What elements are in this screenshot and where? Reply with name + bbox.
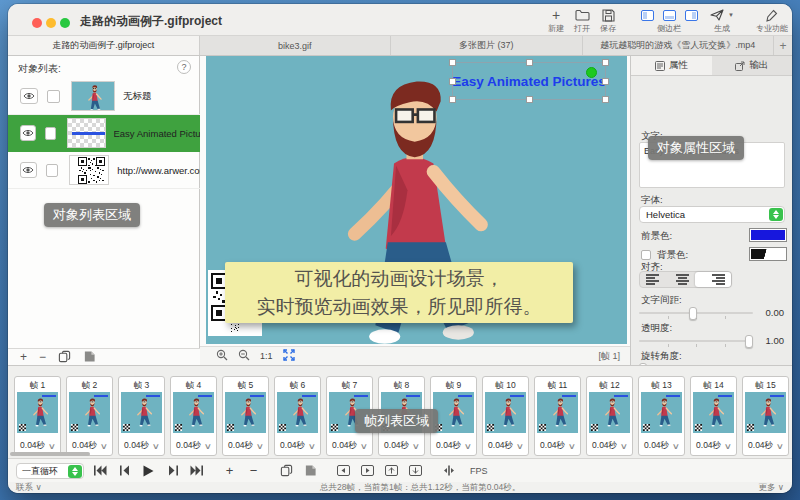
- object-checkbox[interactable]: [45, 127, 56, 140]
- move-frame-right-button[interactable]: [408, 463, 423, 478]
- minimize-button[interactable]: [46, 18, 56, 28]
- background-color-well[interactable]: [749, 247, 787, 261]
- generate-button[interactable]: ▼ 生成: [700, 8, 744, 34]
- resize-handle[interactable]: [602, 96, 609, 103]
- tab-properties[interactable]: 属性: [631, 56, 712, 75]
- align-left-icon[interactable]: [640, 272, 670, 287]
- left-sidebar-icon[interactable]: [641, 10, 654, 21]
- resize-handle[interactable]: [449, 59, 456, 66]
- object-checkbox[interactable]: [47, 90, 60, 103]
- frame-card[interactable]: 帧 1 0.04秒∨: [14, 376, 61, 456]
- fit-to-window-icon[interactable]: [283, 349, 295, 363]
- step-back-button[interactable]: [117, 463, 132, 478]
- frame-card[interactable]: 帧 6 0.04秒∨: [274, 376, 321, 456]
- frame-duration-dropdown[interactable]: 0.04秒∨: [587, 440, 632, 452]
- resize-handle[interactable]: [602, 59, 609, 66]
- paste-object-button[interactable]: [83, 350, 96, 365]
- bottom-panel-icon[interactable]: [663, 10, 676, 21]
- frame-duration-dropdown[interactable]: 0.04秒∨: [379, 440, 424, 452]
- frame-duration-dropdown[interactable]: 0.04秒∨: [743, 440, 788, 452]
- sidebar-toggle-group[interactable]: 侧边栏: [638, 8, 700, 34]
- frame-duration-dropdown[interactable]: 0.04秒∨: [483, 440, 528, 452]
- object-checkbox[interactable]: [46, 164, 58, 177]
- pro-features-button[interactable]: 专业功能: [750, 8, 792, 34]
- horizontal-scrollbar[interactable]: [10, 452, 90, 456]
- slider-thumb[interactable]: [689, 307, 697, 320]
- object-row-qr[interactable]: http://www.arwer.com: [8, 152, 200, 189]
- frame-duration-dropdown[interactable]: 0.04秒∨: [171, 440, 216, 452]
- add-tab-button[interactable]: +: [774, 36, 792, 55]
- right-sidebar-icon[interactable]: [685, 10, 698, 21]
- frame-card[interactable]: 帧 12 0.04秒∨: [586, 376, 633, 456]
- frame-card[interactable]: 帧 15 0.04秒∨: [742, 376, 789, 456]
- add-object-button[interactable]: +: [20, 352, 27, 362]
- text-object-selection[interactable]: Easy Animated Pictures: [452, 62, 606, 100]
- frame-duration-dropdown[interactable]: 0.04秒∨: [15, 440, 60, 452]
- frame-duration-dropdown[interactable]: 0.04秒∨: [431, 440, 476, 452]
- insert-frame-left-button[interactable]: [336, 463, 351, 478]
- frame-duration-dropdown[interactable]: 0.04秒∨: [275, 440, 320, 452]
- stepper-icon[interactable]: [769, 208, 783, 221]
- stepper-icon[interactable]: [68, 465, 82, 478]
- align-center-icon[interactable]: [670, 272, 694, 287]
- frame-duration-dropdown[interactable]: 0.04秒∨: [327, 440, 372, 452]
- background-color-checkbox[interactable]: [641, 250, 651, 260]
- close-button[interactable]: [32, 18, 42, 28]
- zoom-actual-button[interactable]: 1:1: [260, 351, 273, 361]
- remove-object-button[interactable]: −: [39, 352, 46, 362]
- visibility-toggle[interactable]: [20, 88, 38, 104]
- paste-frame-button[interactable]: [303, 463, 318, 478]
- move-frame-left-button[interactable]: [384, 463, 399, 478]
- frame-card[interactable]: 帧 4 0.04秒∨: [170, 376, 217, 456]
- frame-duration-dropdown[interactable]: 0.04秒∨: [67, 440, 112, 452]
- remove-frame-button[interactable]: −: [246, 463, 261, 478]
- frame-card[interactable]: 帧 3 0.04秒∨: [118, 376, 165, 456]
- dropdown-arrow-icon[interactable]: ▼: [728, 12, 734, 18]
- frame-duration-dropdown[interactable]: 0.04秒∨: [535, 440, 580, 452]
- visibility-toggle[interactable]: [20, 125, 36, 141]
- resize-handle[interactable]: [602, 78, 609, 85]
- contact-dropdown[interactable]: 联系 ∨: [16, 482, 42, 493]
- object-row-text[interactable]: Easy Animated Pictures: [8, 115, 200, 152]
- foreground-color-well[interactable]: [749, 228, 787, 242]
- frame-duration-dropdown[interactable]: 0.04秒∨: [639, 440, 684, 452]
- insert-frame-right-button[interactable]: [360, 463, 375, 478]
- zoom-in-icon[interactable]: [216, 349, 228, 363]
- frame-card[interactable]: 帧 11 0.04秒∨: [534, 376, 581, 456]
- tab-output[interactable]: 输出: [712, 56, 793, 75]
- slider-thumb[interactable]: [745, 335, 753, 348]
- resize-handle[interactable]: [449, 96, 456, 103]
- skip-to-start-button[interactable]: [93, 463, 108, 478]
- zoom-out-icon[interactable]: [238, 349, 250, 363]
- save-button[interactable]: 保存: [586, 8, 630, 34]
- align-right-icon[interactable]: [695, 272, 731, 287]
- zoom-button[interactable]: [60, 18, 70, 28]
- frame-duration-dropdown[interactable]: 0.04秒∨: [691, 440, 736, 452]
- resize-handle[interactable]: [526, 59, 533, 66]
- play-button[interactable]: [141, 463, 156, 478]
- step-forward-button[interactable]: [165, 463, 180, 478]
- resize-handle[interactable]: [449, 78, 456, 85]
- canvas-text-object[interactable]: Easy Animated Pictures: [453, 63, 605, 99]
- opacity-slider[interactable]: [639, 335, 753, 347]
- loop-mode-select[interactable]: 一直循环: [16, 463, 84, 479]
- frame-card[interactable]: 帧 14 0.04秒∨: [690, 376, 737, 456]
- document-tab[interactable]: 走路的动画例子.gifproject: [8, 36, 200, 55]
- add-frame-button[interactable]: +: [222, 463, 237, 478]
- frame-duration-dropdown[interactable]: 0.04秒∨: [119, 440, 164, 452]
- resize-handle[interactable]: [526, 96, 533, 103]
- spacing-slider[interactable]: [639, 307, 753, 319]
- help-icon[interactable]: ?: [177, 60, 191, 74]
- document-tab[interactable]: bike3.gif: [200, 36, 392, 55]
- document-tab[interactable]: 多张图片 (37): [391, 36, 583, 55]
- frame-card[interactable]: 帧 10 0.04秒∨: [482, 376, 529, 456]
- split-frame-button[interactable]: [441, 463, 456, 478]
- frame-duration-dropdown[interactable]: 0.04秒∨: [223, 440, 268, 452]
- duplicate-frame-button[interactable]: [279, 463, 294, 478]
- document-tab[interactable]: 越玩越聪明的游戏《雪人玩交换》.mp4: [583, 36, 775, 55]
- frame-card[interactable]: 帧 5 0.04秒∨: [222, 376, 269, 456]
- font-select[interactable]: Helvetica: [639, 206, 785, 223]
- frame-card[interactable]: 帧 13 0.04秒∨: [638, 376, 685, 456]
- duplicate-object-button[interactable]: [58, 350, 71, 365]
- frame-card[interactable]: 帧 2 0.04秒∨: [66, 376, 113, 456]
